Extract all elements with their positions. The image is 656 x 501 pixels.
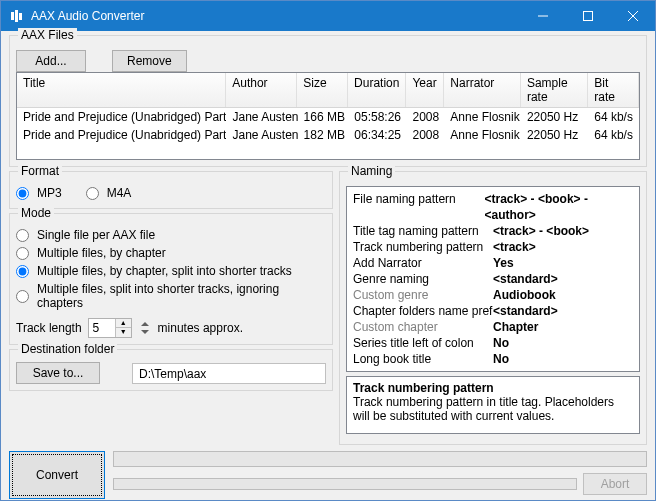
svg-rect-4	[583, 12, 592, 21]
naming-row[interactable]: Track numbering pattern<track>	[353, 239, 633, 255]
naming-row[interactable]: Genre naming<standard>	[353, 271, 633, 287]
naming-description-box: Track numbering pattern Track numbering …	[346, 376, 640, 434]
naming-value: Chapter	[493, 319, 538, 335]
col-author[interactable]: Author	[226, 73, 297, 107]
naming-key: Custom genre	[353, 287, 493, 303]
col-narrator[interactable]: Narrator	[444, 73, 521, 107]
remove-button[interactable]: Remove	[112, 50, 187, 72]
add-button[interactable]: Add...	[16, 50, 86, 72]
naming-value: No	[493, 351, 509, 367]
naming-key: Track numbering pattern	[353, 239, 493, 255]
mode-group: Mode Single file per AAX file Multiple f…	[9, 213, 333, 345]
col-duration[interactable]: Duration	[348, 73, 406, 107]
window-maximize-button[interactable]	[565, 1, 610, 31]
naming-desc-head: Track numbering pattern	[353, 381, 633, 395]
svg-rect-2	[19, 13, 22, 20]
naming-row[interactable]: Chapter folders name prefi<standard>	[353, 303, 633, 319]
mode-opt3-label: Multiple files, by chapter, split into s…	[37, 264, 292, 278]
naming-key: Long book title	[353, 351, 493, 367]
naming-value: <track> - <book> - <author>	[485, 191, 633, 223]
mode-by-chapter-split-radio[interactable]: Multiple files, by chapter, split into s…	[16, 262, 326, 280]
cell-title: Pride and Prejudice (Unabridged) Part 1	[17, 108, 226, 126]
destination-group: Destination folder Save to... D:\Temp\aa…	[9, 349, 333, 391]
col-sample-rate[interactable]: Sample rate	[521, 73, 588, 107]
window-minimize-button[interactable]	[520, 1, 565, 31]
naming-key: Title tag naming pattern	[353, 223, 493, 239]
format-label: Format	[18, 164, 62, 178]
cell-year: 2008	[406, 126, 444, 144]
naming-key: File naming pattern	[353, 191, 485, 223]
naming-row[interactable]: Custom chapterChapter	[353, 319, 633, 335]
mode-opt2-label: Multiple files, by chapter	[37, 246, 166, 260]
spin-down-icon[interactable]: ▼	[116, 328, 131, 337]
spinner-updown-icon[interactable]	[138, 321, 152, 335]
col-bit-rate[interactable]: Bit rate	[588, 73, 639, 107]
cell-title: Pride and Prejudice (Unabridged) Part 2	[17, 126, 226, 144]
svg-marker-7	[141, 322, 149, 326]
svg-rect-0	[11, 12, 14, 20]
naming-key: Genre naming	[353, 271, 493, 287]
window-close-button[interactable]	[610, 1, 655, 31]
table-row[interactable]: Pride and Prejudice (Unabridged) Part 2J…	[17, 126, 639, 144]
cell-year: 2008	[406, 108, 444, 126]
mode-by-chapter-radio[interactable]: Multiple files, by chapter	[16, 244, 326, 262]
convert-button[interactable]: Convert	[9, 451, 105, 499]
naming-group: Naming File naming pattern<track> - <boo…	[339, 171, 647, 445]
format-m4a-label: M4A	[107, 186, 132, 200]
cell-bitrate: 64 kb/s	[588, 108, 639, 126]
mode-opt1-label: Single file per AAX file	[37, 228, 155, 242]
format-group: Format MP3 M4A	[9, 171, 333, 209]
naming-row[interactable]: File naming pattern<track> - <book> - <a…	[353, 191, 633, 223]
cell-narrator: Anne Flosnik	[444, 108, 521, 126]
track-length-suffix: minutes approx.	[158, 321, 243, 335]
naming-key: Series title left of colon	[353, 335, 493, 351]
aax-files-label: AAX Files	[18, 28, 77, 42]
naming-row[interactable]: Custom genreAudiobook	[353, 287, 633, 303]
naming-grid[interactable]: File naming pattern<track> - <book> - <a…	[346, 186, 640, 372]
naming-value: No	[493, 335, 509, 351]
naming-desc-body: Track numbering pattern in title tag. Pl…	[353, 395, 633, 423]
abort-button: Abort	[583, 473, 647, 495]
table-header: Title Author Size Duration Year Narrator…	[17, 73, 639, 108]
cell-bitrate: 64 kb/s	[588, 126, 639, 144]
col-size[interactable]: Size	[297, 73, 348, 107]
naming-value: Audiobook	[493, 287, 556, 303]
titlebar: AAX Audio Converter	[1, 1, 655, 31]
cell-size: 182 MB	[298, 126, 349, 144]
mode-single-radio[interactable]: Single file per AAX file	[16, 226, 326, 244]
destination-path-field[interactable]: D:\Temp\aax	[132, 363, 326, 384]
naming-key: Chapter folders name prefi	[353, 303, 493, 319]
mode-opt4-label: Multiple files, split into shorter track…	[37, 282, 326, 310]
cell-size: 166 MB	[298, 108, 349, 126]
mode-split-ignore-chapters-radio[interactable]: Multiple files, split into shorter track…	[16, 280, 326, 312]
naming-value: <standard>	[493, 271, 558, 287]
table-row[interactable]: Pride and Prejudice (Unabridged) Part 1J…	[17, 108, 639, 126]
cell-sample: 22050 Hz	[521, 126, 588, 144]
track-length-input[interactable]	[89, 321, 115, 335]
track-length-spinner[interactable]: ▲▼	[88, 318, 132, 338]
naming-key: Add Narrator	[353, 255, 493, 271]
svg-marker-8	[141, 330, 149, 334]
naming-value: Yes	[493, 255, 514, 271]
file-table[interactable]: Title Author Size Duration Year Narrator…	[16, 72, 640, 160]
cell-author: Jane Austen	[226, 126, 297, 144]
naming-label: Naming	[348, 164, 395, 178]
col-year[interactable]: Year	[406, 73, 444, 107]
track-length-label: Track length	[16, 321, 82, 335]
naming-row[interactable]: Title tag naming pattern<track> - <book>	[353, 223, 633, 239]
app-icon	[9, 8, 25, 24]
naming-row[interactable]: Add NarratorYes	[353, 255, 633, 271]
format-mp3-radio[interactable]: MP3	[16, 184, 62, 202]
cell-author: Jane Austen	[226, 108, 297, 126]
naming-row[interactable]: Series title left of colonNo	[353, 335, 633, 351]
spin-up-icon[interactable]: ▲	[116, 319, 131, 328]
naming-value: <track> - <book>	[493, 223, 589, 239]
col-title[interactable]: Title	[17, 73, 226, 107]
progress-bar-overall	[113, 451, 647, 467]
save-to-button[interactable]: Save to...	[16, 362, 100, 384]
cell-duration: 06:34:25	[348, 126, 406, 144]
naming-row[interactable]: Long book titleNo	[353, 351, 633, 367]
naming-value: <standard>	[493, 303, 558, 319]
format-m4a-radio[interactable]: M4A	[86, 184, 132, 202]
cell-duration: 05:58:26	[348, 108, 406, 126]
